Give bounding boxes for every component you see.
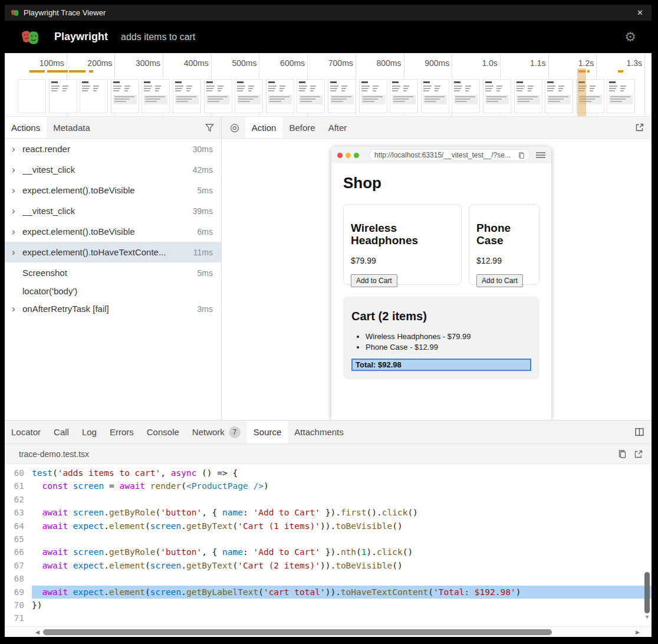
copy-source-icon[interactable] [618,449,627,459]
timeline-thumbnail[interactable] [235,79,263,113]
timeline-thumbnail[interactable] [421,79,449,113]
timeline-thumbnail[interactable] [390,79,418,113]
timeline-thumbnail[interactable] [359,79,387,113]
action-row[interactable]: ›expect.element().toBeVisible6ms [5,221,221,242]
tab-log[interactable]: Log [75,420,103,443]
timeline-selection-band[interactable] [577,68,586,116]
bottom-tabstrip: LocatorCallLogErrorsConsoleNetwork7Sourc… [5,420,652,444]
timeline-action-bar [29,70,45,73]
tab-attachments[interactable]: Attachments [288,420,350,443]
code-horizontal-scrollbar[interactable]: ◀ ▶ [5,626,652,637]
hscroll-track[interactable] [42,629,633,635]
cart-item: Wireless Headphones - $79.99 [366,331,531,342]
tab-locator[interactable]: Locator [5,420,47,443]
code-line: 62 [5,493,652,506]
hscroll-right-arrow-icon[interactable]: ▶ [633,629,642,635]
chevron-right-icon[interactable]: › [12,226,22,236]
action-row[interactable]: ›onAfterRetryTask [fail]3ms [5,298,221,319]
timeline-thumbnail[interactable] [607,79,635,113]
product-price: $79.99 [351,256,454,265]
action-row[interactable]: ›expect.element().toHaveTextConte...11ms [5,242,221,262]
action-row[interactable]: Screenshot5ms [5,262,221,283]
source-code-view[interactable]: ▼ 60test('adds items to cart', async () … [5,464,652,626]
timeline-filmstrip[interactable] [5,79,652,114]
add-to-cart-button[interactable]: Add to Cart [351,274,397,287]
tab-network[interactable]: Network7 [186,420,247,443]
open-source-external-icon[interactable] [634,449,643,459]
vscroll-thumb[interactable] [644,572,650,613]
timeline-thumbnail[interactable] [266,79,294,113]
line-number: 63 [5,506,32,519]
timeline-thumbnail[interactable] [204,79,232,113]
timeline-thumbnail[interactable] [49,79,77,113]
timeline-thumbnail[interactable] [297,79,325,113]
filter-icon[interactable] [198,117,221,138]
line-number: 60 [5,466,32,479]
tab-actions[interactable]: Actions [5,117,47,138]
chevron-right-icon[interactable]: › [12,165,22,175]
hscroll-thumb[interactable] [43,629,552,635]
action-row[interactable]: ›react.render30ms [5,139,221,159]
add-to-cart-button[interactable]: Add to Cart [476,274,523,287]
thumb-shop-title [237,81,244,83]
cart-item: Phone Case - $12.99 [366,342,531,353]
timeline-thumbnail[interactable] [80,79,108,113]
timeline-action-bar [47,70,68,73]
timeline-thumbnail[interactable] [483,79,511,113]
timeline-thumbnail[interactable] [111,79,139,113]
code-text: test('adds items to cart', async () => { [32,466,652,479]
tab-before[interactable]: Before [282,117,321,138]
shop-heading: Shop [343,174,539,192]
action-row[interactable]: ›__vitest_click39ms [5,201,221,221]
thumb-cart [113,95,137,104]
chevron-right-icon[interactable]: › [12,206,22,216]
thumb-products [175,86,199,93]
settings-gear-icon[interactable]: ⚙ [624,31,636,44]
action-row[interactable]: ›__vitest_click42ms [5,159,221,180]
thumb-product [218,86,223,93]
browser-snapshot: http://localhost:63315/__vitest_test__/?… [331,147,551,420]
timeline-thumbnail[interactable] [328,79,356,113]
timeline-thumbnail[interactable] [142,79,170,113]
tab-call[interactable]: Call [47,420,75,443]
code-text: await expect.element(screen.getByText('C… [32,559,652,572]
action-label: expect.element().toBeVisible [22,185,198,195]
traffic-light-red [337,153,343,158]
thumb-cart [485,95,509,104]
code-text: }) [32,599,652,612]
thumb-product [454,86,462,93]
close-icon[interactable]: ✕ [634,8,646,17]
chevron-right-icon[interactable]: › [12,304,22,314]
code-vertical-scrollbar[interactable]: ▼ [644,572,650,620]
tab-errors[interactable]: Errors [103,420,140,443]
timeline-thumbnail[interactable] [545,79,573,113]
pick-locator-target-icon[interactable]: ◎ [222,117,245,138]
tab-metadata[interactable]: Metadata [47,117,97,138]
timeline[interactable]: 100ms200ms300ms400ms500ms600ms700ms800ms… [5,53,652,117]
action-locator-subtext: locator('body') [5,283,221,298]
open-snapshot-external-icon[interactable] [628,117,652,138]
app-name: Playwright [54,31,108,43]
timeline-thumbnail[interactable] [514,79,542,113]
chevron-right-icon[interactable]: › [12,144,22,154]
vscroll-down-arrow-icon[interactable]: ▼ [644,613,650,620]
thumb-products [144,86,167,93]
tab-source[interactable]: Source [247,420,288,443]
tab-after[interactable]: After [322,117,354,138]
chevron-right-icon[interactable]: › [12,247,22,257]
line-number: 62 [5,493,32,506]
tab-action[interactable]: Action [245,117,283,138]
thumb-shop-title [175,81,182,83]
product-list: Wireless Headphones $79.99 Add to Cart P… [343,204,539,285]
timeline-thumbnail[interactable] [452,79,480,113]
chevron-right-icon[interactable]: › [12,185,22,195]
window-title: Playwright Trace Viewer [24,8,634,17]
url-bar: http://localhost:63315/__vitest_test__/?… [369,149,530,161]
action-row[interactable]: ›expect.element().toBeVisible5ms [5,180,221,201]
url-text: http://localhost:63315/__vitest_test__/?… [374,151,518,159]
timeline-thumbnail[interactable] [173,79,201,113]
tab-console[interactable]: Console [140,420,186,443]
split-view-icon[interactable] [627,420,652,443]
timeline-thumbnail[interactable] [18,79,46,113]
hscroll-left-arrow-icon[interactable]: ◀ [33,629,42,635]
